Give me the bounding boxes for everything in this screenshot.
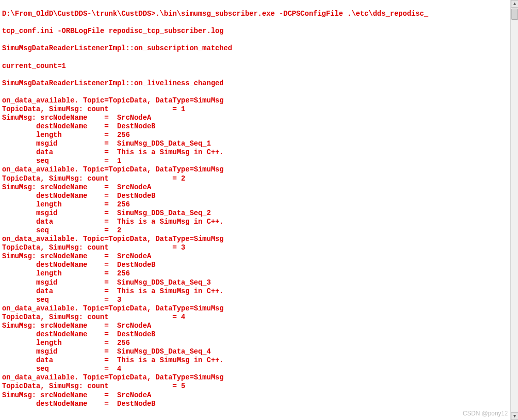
msg-seq: seq = 2 xyxy=(2,226,508,235)
msg-msgid: msgid = SimuMsg_DDS_Data_Seq_1 xyxy=(2,139,508,148)
on-data-available: on_data_available. Topic=TopicData, Data… xyxy=(2,165,508,174)
msg-seq: seq = 3 xyxy=(2,296,508,304)
on-data-available: on_data_available. Topic=TopicData, Data… xyxy=(2,235,508,243)
listener-liveliness: SimuMsgDataReaderListenerImpl::on_liveli… xyxy=(2,79,508,88)
msg-dest: destNodeName = DestNodeB xyxy=(2,330,508,339)
msg-seq: seq = 1 xyxy=(2,157,508,165)
scroll-up-arrow-icon[interactable]: ▲ xyxy=(511,0,518,8)
topic-count: TopicData, SimuMsg: count = 5 xyxy=(2,382,508,391)
msg-seq: seq = 4 xyxy=(2,365,508,373)
scroll-down-arrow-icon[interactable]: ▼ xyxy=(511,412,518,420)
prompt: D:\From_OldD\CustDDS-\trunk\CustDDS> xyxy=(2,10,155,18)
msg-data: data = This is a SimuMsg in C++. xyxy=(2,148,508,157)
cmd-line-1: D:\From_OldD\CustDDS-\trunk\CustDDS>.\bi… xyxy=(2,10,508,18)
on-data-available: on_data_available. Topic=TopicData, Data… xyxy=(2,96,508,105)
topic-count: TopicData, SimuMsg: count = 4 xyxy=(2,313,508,322)
cmd-line-2: tcp_conf.ini -ORBLogFile repodisc_tcp_su… xyxy=(2,27,508,36)
msg-dest: destNodeName = DestNodeB xyxy=(2,400,508,408)
msg-src: SimuMsg: srcNodeName = SrcNodeA xyxy=(2,252,508,261)
msg-dest: destNodeName = DestNodeB xyxy=(2,261,508,269)
on-data-available: on_data_available. Topic=TopicData, Data… xyxy=(2,373,508,382)
msg-data: data = This is a SimuMsg in C++. xyxy=(2,287,508,296)
msg-src: SimuMsg: srcNodeName = SrcNodeA xyxy=(2,322,508,330)
msg-src: SimuMsg: srcNodeName = SrcNodeA xyxy=(2,114,508,122)
watermark-text: CSDN @pony12 xyxy=(463,410,508,417)
msg-msgid: msgid = SimuMsg_DDS_Data_Seq_3 xyxy=(2,278,508,287)
vertical-scrollbar[interactable]: ▲ ▼ xyxy=(510,0,518,420)
msg-data: data = This is a SimuMsg in C++. xyxy=(2,218,508,226)
msg-length: length = 256 xyxy=(2,269,508,278)
current-count: current_count=1 xyxy=(2,62,508,71)
msg-msgid: msgid = SimuMsg_DDS_Data_Seq_2 xyxy=(2,209,508,218)
msg-src: SimuMsg: srcNodeName = SrcNodeA xyxy=(2,183,508,192)
msg-length: length = 256 xyxy=(2,200,508,209)
topic-count: TopicData, SimuMsg: count = 1 xyxy=(2,105,508,114)
msg-msgid: msgid = SimuMsg_DDS_Data_Seq_4 xyxy=(2,347,508,356)
topic-count: TopicData, SimuMsg: count = 3 xyxy=(2,243,508,252)
scrollbar-thumb[interactable] xyxy=(511,9,518,20)
msg-data: data = This is a SimuMsg in C++. xyxy=(2,356,508,365)
on-data-available: on_data_available. Topic=TopicData, Data… xyxy=(2,304,508,313)
terminal-output: D:\From_OldD\CustDDS-\trunk\CustDDS>.\bi… xyxy=(0,0,510,420)
msg-src: SimuMsg: srcNodeName = SrcNodeA xyxy=(2,391,508,400)
msg-length: length = 256 xyxy=(2,339,508,347)
msg-length: length = 256 xyxy=(2,131,508,139)
msg-dest: destNodeName = DestNodeB xyxy=(2,122,508,131)
command-part-1: .\bin\simumsg_subscriber.exe -DCPSConfig… xyxy=(155,10,428,18)
listener-matched: SimuMsgDataReaderListenerImpl::on_subscr… xyxy=(2,44,508,53)
topic-count: TopicData, SimuMsg: count = 2 xyxy=(2,174,508,183)
msg-dest: destNodeName = DestNodeB xyxy=(2,192,508,200)
